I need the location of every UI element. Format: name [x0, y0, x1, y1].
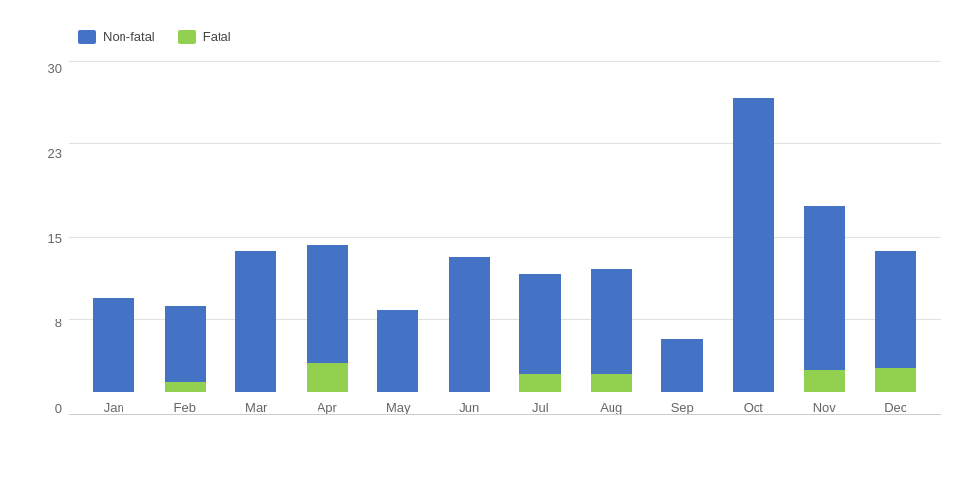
bar-group: Sep: [647, 339, 718, 415]
y-axis-label: 30: [24, 62, 62, 74]
bar-group: Mar: [220, 251, 292, 415]
bar-group: Jun: [434, 257, 506, 415]
bar-stack: [804, 206, 845, 392]
y-axis-label: 23: [24, 147, 62, 160]
bar-group: Aug: [576, 269, 648, 415]
bar-fatal-segment: [591, 374, 632, 392]
bar-stack: [662, 339, 703, 392]
bar-nonfatal-segment: [377, 310, 418, 392]
bar-stack: [93, 298, 134, 392]
x-axis-line: [69, 414, 941, 415]
legend-label: Non-fatal: [103, 29, 155, 44]
x-axis-label: Dec: [884, 400, 906, 415]
y-axis-label: 8: [24, 317, 62, 329]
bar-group: Nov: [789, 206, 860, 415]
bar-nonfatal-segment: [93, 298, 134, 392]
bar-stack: [377, 310, 418, 392]
bars-area: JanFebMarAprMayJunJulAugSepOctNovDec: [69, 62, 941, 415]
bar-nonfatal-segment: [519, 274, 561, 374]
bar-stack: [449, 257, 490, 392]
legend-item: Fatal: [178, 29, 231, 44]
legend-item: Non-fatal: [78, 29, 155, 44]
bar-group: May: [363, 310, 434, 415]
bar-group: Dec: [860, 251, 932, 415]
legend: Non-fatal Fatal: [78, 29, 941, 44]
x-axis-label: Apr: [318, 400, 337, 415]
bar-nonfatal-segment: [165, 306, 206, 382]
bar-fatal-segment: [307, 363, 348, 392]
chart-container: Non-fatal Fatal 08152330 JanFebMarAprMay…: [0, 0, 980, 490]
bar-nonfatal-segment: [662, 339, 703, 392]
bar-group: Jul: [505, 274, 576, 415]
bar-nonfatal-segment: [235, 251, 276, 392]
bar-nonfatal-segment: [733, 98, 774, 392]
chart-area: 08152330 JanFebMarAprMayJunJulAugSepOctN…: [69, 62, 941, 415]
x-axis-label: Jul: [532, 400, 549, 415]
x-axis-label: Aug: [600, 400, 622, 415]
bar-stack: [519, 274, 561, 392]
y-axis-label: 15: [24, 232, 62, 245]
bar-fatal-segment: [875, 368, 916, 392]
bar-stack: [235, 251, 276, 392]
bar-fatal-segment: [804, 370, 845, 392]
x-axis-label: Jan: [104, 400, 124, 415]
legend-swatch: [178, 30, 196, 44]
bar-stack: [165, 306, 206, 392]
x-axis-label: Feb: [174, 400, 196, 415]
x-axis-label: May: [386, 400, 411, 415]
bar-group: Feb: [150, 306, 221, 415]
x-axis-label: Nov: [813, 400, 836, 415]
y-axis: 08152330: [24, 62, 62, 415]
x-axis-label: Mar: [245, 400, 267, 415]
x-axis-label: Jun: [459, 400, 479, 415]
bar-nonfatal-segment: [591, 269, 632, 374]
x-axis-label: Oct: [744, 400, 763, 415]
bar-stack: [875, 251, 916, 392]
x-axis-label: Sep: [671, 400, 694, 415]
bar-fatal-segment: [519, 374, 561, 392]
bar-group: Apr: [292, 245, 364, 415]
bar-group: Oct: [718, 98, 790, 415]
bar-stack: [733, 98, 774, 392]
legend-label: Fatal: [203, 29, 231, 44]
bar-stack: [307, 245, 348, 392]
y-axis-label: 0: [24, 402, 62, 415]
bar-group: Jan: [78, 298, 150, 415]
bar-nonfatal-segment: [804, 206, 845, 370]
bar-nonfatal-segment: [307, 245, 348, 363]
bar-fatal-segment: [165, 382, 206, 392]
bar-nonfatal-segment: [449, 257, 490, 392]
bar-stack: [591, 269, 632, 392]
legend-swatch: [78, 30, 96, 44]
bar-nonfatal-segment: [875, 251, 916, 368]
